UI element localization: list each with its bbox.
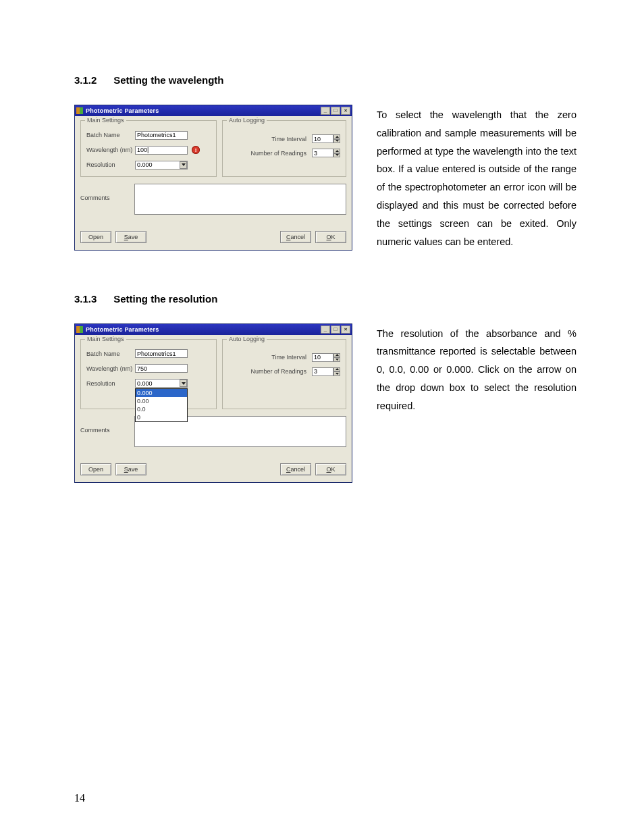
window-title: Photometric Parameters [86,107,321,114]
svg-marker-10 [336,354,339,356]
wavelength-label: Wavelength (nm) [86,365,135,372]
chevron-down-icon[interactable] [180,161,187,169]
svg-marker-9 [182,382,186,385]
auto-logging-group: Auto Logging Time Interval Number of R [222,120,346,177]
num-readings-input[interactable] [312,367,333,376]
num-readings-label: Number of Readings [228,368,306,375]
batch-name-label: Batch Name [86,132,135,138]
app-icon [76,107,83,114]
section-number: 3.1.3 [74,293,111,305]
num-readings-label: Number of Readings [228,150,306,157]
svg-marker-11 [336,359,339,361]
svg-marker-2 [182,163,186,166]
ok-button[interactable]: OK [315,231,346,243]
svg-marker-12 [336,368,339,370]
photometric-parameters-dialog-2: Photometric Parameters _ □ × Main Settin… [74,323,352,483]
wavelength-input[interactable] [135,364,188,373]
wavelength-input[interactable] [135,146,188,155]
window-title: Photometric Parameters [86,326,321,333]
resolution-option[interactable]: 0.0 [136,405,187,413]
section-heading-resolution: 3.1.3 Setting the resolution [74,293,576,305]
resolution-dropdown-list[interactable]: 0.000 0.00 0.0 0 [135,388,188,422]
main-settings-group: Main Settings Batch Name Wavelength (nm)… [80,120,217,177]
resolution-label: Resolution [86,380,135,387]
app-icon [76,326,83,333]
num-readings-input[interactable] [312,149,333,157]
svg-marker-3 [336,136,339,138]
titlebar[interactable]: Photometric Parameters _ □ × [75,105,352,116]
resolution-option[interactable]: 0 [136,413,187,421]
resolution-option[interactable]: 0.00 [136,397,187,405]
ok-button[interactable]: OK [315,463,346,475]
time-interval-input[interactable] [312,134,333,143]
cancel-button[interactable]: Cancel [280,231,311,243]
svg-rect-8 [80,326,83,333]
time-interval-down[interactable] [333,139,340,144]
time-interval-down[interactable] [333,357,340,362]
num-readings-down[interactable] [333,153,340,158]
batch-name-label: Batch Name [86,350,135,357]
main-settings-legend: Main Settings [85,117,126,124]
minimize-button[interactable]: _ [321,325,330,334]
section-description-resolution: The resolution of the absorbance and % t… [377,323,576,415]
save-button[interactable]: Save [115,231,146,243]
cancel-button[interactable]: Cancel [280,463,311,475]
chevron-down-icon[interactable] [180,380,187,387]
time-interval-label: Time Interval [228,136,306,142]
resolution-option[interactable]: 0.000 [136,389,187,397]
maximize-button[interactable]: □ [331,325,340,334]
resolution-label: Resolution [86,161,135,168]
main-settings-group: Main Settings Batch Name Wavelength (nm)… [80,339,217,409]
section-heading-wavelength: 3.1.2 Setting the wavelength [74,74,576,86]
section-number: 3.1.2 [74,74,111,86]
section-description-wavelength: To select the wavelength that the zero c… [377,105,576,251]
svg-marker-4 [336,140,339,142]
comments-textarea[interactable] [134,184,346,215]
batch-name-input[interactable] [135,349,188,358]
svg-marker-6 [336,154,339,156]
auto-logging-legend: Auto Logging [227,117,267,124]
num-readings-down[interactable] [333,371,340,376]
comments-label: Comments [80,416,134,434]
open-button[interactable]: Open [80,463,111,475]
svg-rect-7 [76,326,80,333]
maximize-button[interactable]: □ [331,107,340,115]
svg-rect-1 [80,107,83,114]
titlebar[interactable]: Photometric Parameters _ □ × [75,324,352,335]
main-settings-legend: Main Settings [85,336,126,342]
auto-logging-group: Auto Logging Time Interval Number of R [222,339,346,409]
svg-rect-0 [76,107,80,114]
close-button[interactable]: × [341,107,350,115]
svg-marker-13 [336,373,339,375]
photometric-parameters-dialog-1: Photometric Parameters _ □ × Main Settin… [74,105,352,251]
comments-label: Comments [80,184,134,201]
section-title: Setting the wavelength [113,74,223,86]
wavelength-label: Wavelength (nm) [86,147,135,153]
minimize-button[interactable]: _ [321,107,330,115]
svg-marker-5 [336,150,339,152]
time-interval-label: Time Interval [228,354,306,361]
save-button[interactable]: Save [115,463,146,475]
batch-name-input[interactable] [135,131,188,140]
close-button[interactable]: × [341,325,350,334]
page-number: 14 [74,792,85,804]
open-button[interactable]: Open [80,231,111,243]
time-interval-input[interactable] [312,353,333,362]
auto-logging-legend: Auto Logging [227,336,267,342]
error-icon: ! [192,146,200,154]
section-title: Setting the resolution [113,293,217,305]
